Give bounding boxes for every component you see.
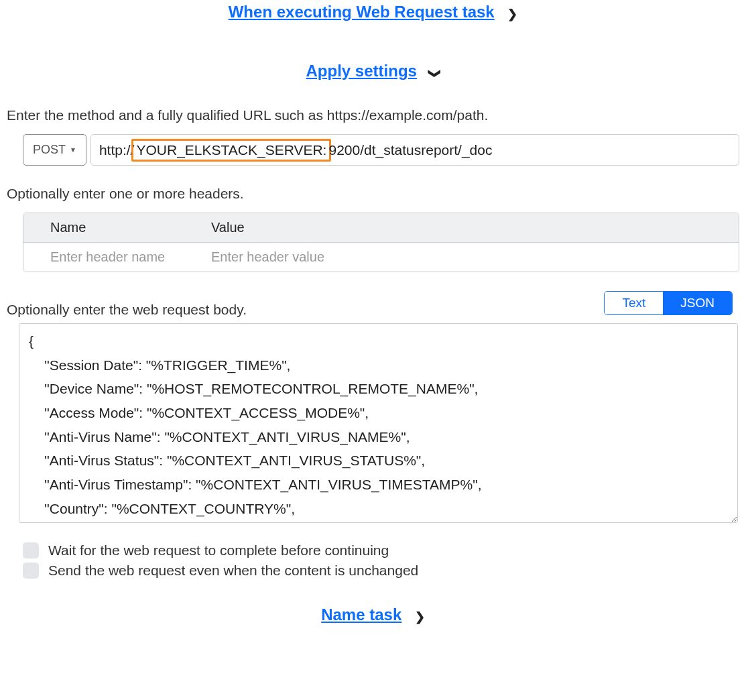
check-send-unchanged-label[interactable]: Send the web request even when the conte…: [48, 563, 418, 579]
http-method-select[interactable]: POST ▼: [23, 134, 86, 166]
body-toggle-json[interactable]: JSON: [663, 292, 732, 314]
chevron-right-icon: ❯: [415, 609, 425, 624]
url-prefix: http://: [99, 142, 135, 158]
url-suffix: 9200/dt_statusreport/_doc: [328, 142, 492, 158]
name-task-link[interactable]: Name task: [321, 605, 401, 624]
section-name-task: Name task ❯: [7, 605, 739, 624]
header-col-name: Name: [23, 213, 200, 242]
body-format-toggle: Text JSON: [604, 291, 733, 315]
caret-down-icon: ▼: [70, 146, 76, 154]
checkbox-group: Wait for the web request to complete bef…: [23, 542, 739, 579]
instruction-method-url: Enter the method and a fully qualified U…: [7, 107, 739, 123]
headers-table-row: Enter header name Enter header value: [23, 243, 739, 272]
url-row: POST ▼ http://YOUR_ELKSTACK_SERVER:9200/…: [23, 134, 739, 166]
headers-table-head: Name Value: [23, 213, 739, 243]
check-wait-row: Wait for the web request to complete bef…: [23, 542, 739, 559]
body-toggle-text[interactable]: Text: [605, 292, 663, 314]
request-body-textarea[interactable]: [19, 323, 738, 523]
check-send-unchanged[interactable]: [23, 563, 39, 579]
check-wait-label[interactable]: Wait for the web request to complete bef…: [48, 542, 389, 559]
header-name-input[interactable]: Enter header name: [23, 243, 200, 272]
instruction-body: Optionally enter the web request body.: [7, 302, 247, 318]
http-method-value: POST: [33, 143, 66, 157]
header-value-input[interactable]: Enter header value: [200, 243, 739, 272]
chevron-down-icon: ❯: [428, 68, 442, 78]
check-wait[interactable]: [23, 542, 39, 559]
url-highlight: YOUR_ELKSTACK_SERVER:: [131, 139, 331, 162]
when-executing-link[interactable]: When executing Web Request task: [229, 3, 495, 21]
instruction-headers: Optionally enter one or more headers.: [7, 186, 739, 202]
header-col-value: Value: [200, 213, 739, 242]
apply-settings-link[interactable]: Apply settings: [306, 62, 417, 80]
chevron-right-icon: ❯: [507, 7, 517, 21]
check-send-unchanged-row: Send the web request even when the conte…: [23, 563, 739, 579]
url-input[interactable]: http://YOUR_ELKSTACK_SERVER:9200/dt_stat…: [90, 134, 739, 166]
headers-table: Name Value Enter header name Enter heade…: [23, 213, 739, 272]
body-row: Optionally enter the web request body. T…: [7, 291, 739, 318]
section-apply-settings: Apply settings ❯: [7, 62, 739, 80]
section-when-executing: When executing Web Request task ❯: [7, 3, 739, 21]
